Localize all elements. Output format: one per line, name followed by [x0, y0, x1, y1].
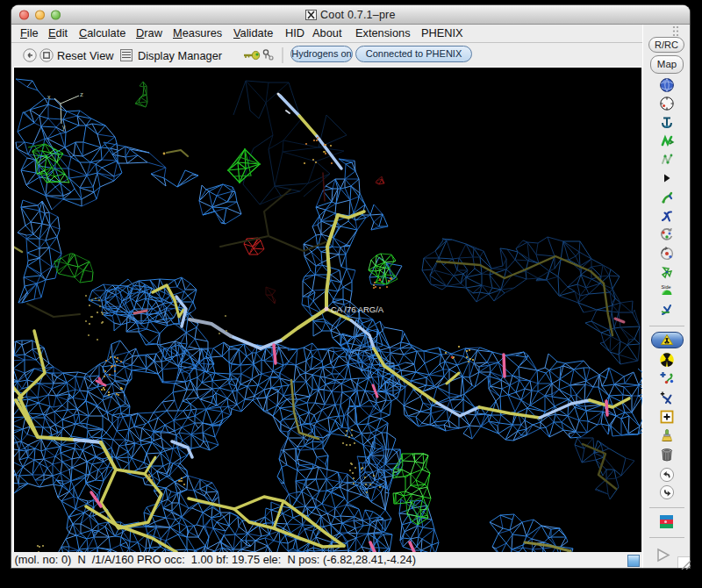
svg-text:CA /76 ARG/A: CA /76 ARG/A	[331, 305, 384, 314]
svg-text:z: z	[80, 90, 83, 98]
svg-text:Display Manager: Display Manager	[138, 49, 223, 62]
svg-text:Side: Side	[661, 284, 670, 290]
svg-text:y: y	[62, 124, 66, 131]
svg-text:Reset View: Reset View	[57, 49, 114, 62]
svg-text:x: x	[47, 94, 51, 100]
